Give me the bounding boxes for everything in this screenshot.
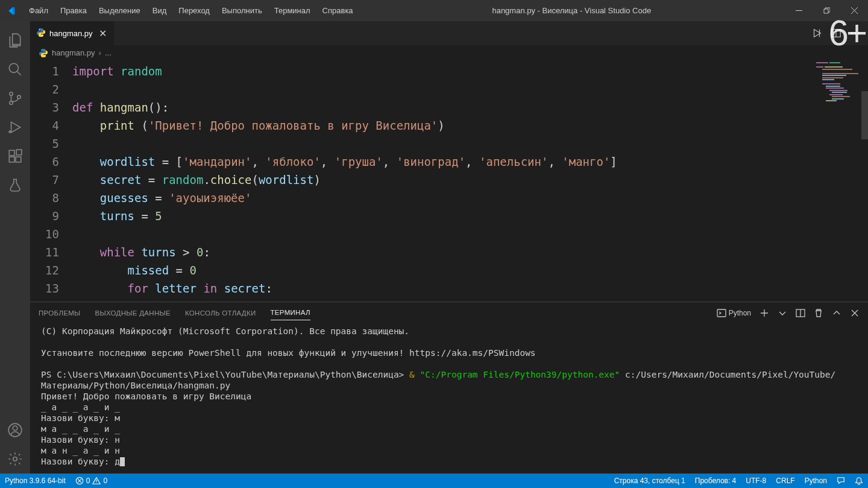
status-feedback-icon[interactable] <box>832 474 850 488</box>
status-problems[interactable]: 0 0 <box>71 474 112 488</box>
code-editor[interactable]: 12345678910111213 import random def hang… <box>30 61 868 302</box>
menubar: Файл Правка Выделение Вид Переход Выполн… <box>21 2 359 19</box>
window-title: hangman.py - Виселица - Visual Studio Co… <box>359 6 785 15</box>
chevron-down-icon[interactable] <box>778 308 787 318</box>
split-terminal-icon[interactable] <box>796 308 805 318</box>
panel-tabs: ПРОБЛЕМЫ ВЫХОДНЫЕ ДАННЫЕ КОНСОЛЬ ОТЛАДКИ… <box>30 302 868 323</box>
status-encoding[interactable]: UTF-8 <box>741 474 771 488</box>
panel-tab-debug-console[interactable]: КОНСОЛЬ ОТЛАДКИ <box>185 306 256 320</box>
svg-point-10 <box>13 426 17 431</box>
vscode-icon <box>0 5 21 16</box>
svg-rect-8 <box>16 150 22 155</box>
svg-rect-5 <box>9 150 14 156</box>
statusbar: Python 3.9.6 64-bit 0 0 Строка 43, столб… <box>0 474 868 488</box>
new-terminal-icon[interactable] <box>760 308 769 318</box>
minimap[interactable] <box>816 62 860 110</box>
svg-rect-7 <box>16 157 21 162</box>
svg-point-12 <box>39 29 40 30</box>
svg-rect-6 <box>9 157 14 162</box>
python-file-icon <box>36 28 46 39</box>
activity-bar <box>0 21 30 474</box>
extensions-icon[interactable] <box>1 142 30 171</box>
panel-tab-terminal[interactable]: ТЕРМИНАЛ <box>271 305 310 320</box>
svg-point-13 <box>42 35 43 36</box>
accounts-icon[interactable] <box>1 416 30 445</box>
menu-help[interactable]: Справка <box>317 2 359 19</box>
line-numbers: 12345678910111213 <box>30 61 72 302</box>
breadcrumb-symbol[interactable]: ... <box>105 48 112 57</box>
status-indentation[interactable]: Пробелов: 4 <box>690 474 741 488</box>
status-notifications-icon[interactable] <box>850 474 868 488</box>
chevron-right-icon: › <box>99 48 101 57</box>
age-rating-badge: 6+ <box>829 12 865 54</box>
panel-actions: Python <box>717 308 860 318</box>
run-debug-icon[interactable] <box>1 113 30 142</box>
titlebar: Файл Правка Выделение Вид Переход Выполн… <box>0 0 868 21</box>
menu-run[interactable]: Выполнить <box>216 2 268 19</box>
main-area: hangman.py ✕ hangman.py › ... 1234567891… <box>0 21 868 474</box>
terminal-cursor <box>120 457 125 466</box>
status-cursor-position[interactable]: Строка 43, столбец 1 <box>609 474 690 488</box>
menu-terminal[interactable]: Терминал <box>269 2 316 19</box>
source-control-icon[interactable] <box>1 84 30 113</box>
svg-point-4 <box>9 131 11 133</box>
tab-hangman[interactable]: hangman.py ✕ <box>30 21 115 45</box>
status-eol[interactable]: CRLF <box>771 474 799 488</box>
chevron-up-icon[interactable] <box>832 308 841 318</box>
menu-file[interactable]: Файл <box>24 2 54 19</box>
explorer-icon[interactable] <box>1 26 30 55</box>
svg-point-1 <box>10 92 13 95</box>
svg-point-0 <box>9 63 18 72</box>
breadcrumb-file[interactable]: hangman.py <box>52 48 95 57</box>
tab-label: hangman.py <box>49 29 93 38</box>
minimize-button[interactable] <box>785 0 813 21</box>
scrollbar-thumb[interactable] <box>861 91 868 139</box>
panel-tab-problems[interactable]: ПРОБЛЕМЫ <box>39 306 81 320</box>
code-content[interactable]: import random def hangman(): print ('При… <box>72 61 868 302</box>
menu-selection[interactable]: Выделение <box>93 2 146 19</box>
testing-icon[interactable] <box>1 171 30 200</box>
status-python-version[interactable]: Python 3.9.6 64-bit <box>0 474 71 488</box>
panel-tab-output[interactable]: ВЫХОДНЫЕ ДАННЫЕ <box>95 306 171 320</box>
svg-point-11 <box>13 457 17 461</box>
run-icon[interactable] <box>811 28 822 39</box>
tab-close-icon[interactable]: ✕ <box>99 28 107 39</box>
svg-point-2 <box>10 101 13 104</box>
close-panel-icon[interactable] <box>850 308 860 318</box>
menu-go[interactable]: Переход <box>173 2 215 19</box>
menu-edit[interactable]: Правка <box>55 2 92 19</box>
settings-gear-icon[interactable] <box>1 445 30 474</box>
editor-area: hangman.py ✕ hangman.py › ... 1234567891… <box>30 21 868 474</box>
svg-point-3 <box>17 95 20 98</box>
search-icon[interactable] <box>1 55 30 84</box>
terminal-select[interactable]: Python <box>717 308 751 318</box>
terminal-output[interactable]: (C) Корпорация Майкрософт (Microsoft Cor… <box>30 323 868 474</box>
breadcrumbs[interactable]: hangman.py › ... <box>30 45 868 61</box>
status-language[interactable]: Python <box>800 474 832 488</box>
bottom-panel: ПРОБЛЕМЫ ВЫХОДНЫЕ ДАННЫЕ КОНСОЛЬ ОТЛАДКИ… <box>30 302 868 474</box>
trash-icon[interactable] <box>814 308 823 318</box>
menu-view[interactable]: Вид <box>147 2 172 19</box>
editor-tabs: hangman.py ✕ <box>30 21 868 45</box>
